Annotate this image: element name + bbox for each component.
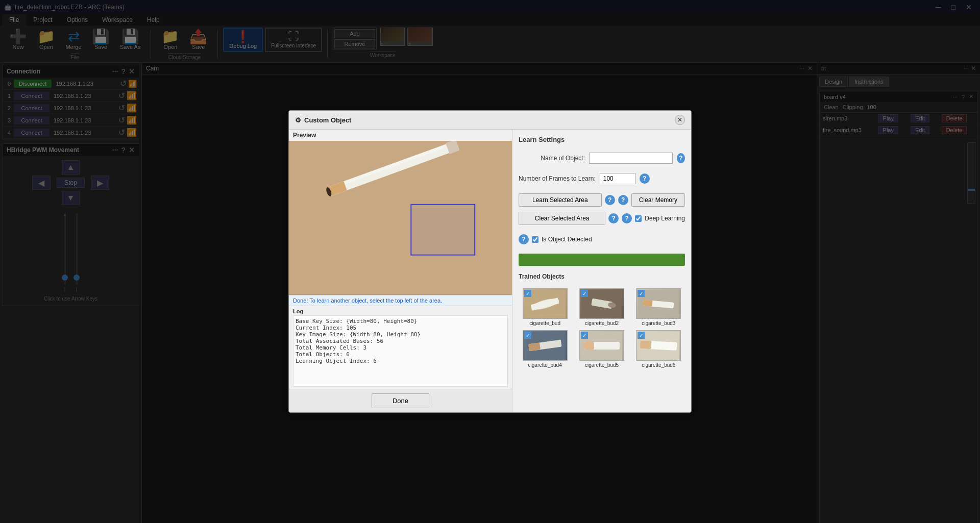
obj-name-4: cigarette_bud5 bbox=[585, 362, 619, 368]
learn-help-button[interactable]: ? bbox=[605, 195, 615, 205]
obj-item-5: ✓ cigarette_bud6 bbox=[632, 330, 685, 368]
selection-rectangle[interactable] bbox=[411, 205, 475, 255]
modal-body: Preview bbox=[289, 130, 691, 412]
clear-memory-help-button[interactable]: ? bbox=[618, 195, 628, 205]
obj-check-2: ✓ bbox=[638, 290, 645, 297]
learn-clear-row2: Clear Selected Area ? ? Deep Learning bbox=[519, 212, 685, 225]
obj-item-0: ✓ cigarette_bud bbox=[519, 288, 571, 326]
obj-item-3: ✓ cigarette_bud4 bbox=[519, 330, 571, 368]
obj-name-0: cigarette_bud bbox=[529, 320, 560, 326]
obj-check-1: ✓ bbox=[581, 290, 588, 297]
frames-label: Number of Frames to Learn: bbox=[519, 175, 596, 182]
obj-name-2: cigarette_bud3 bbox=[642, 320, 675, 326]
log-label: Log bbox=[293, 308, 508, 314]
obj-item-1: ✓ cigarette_bud2 bbox=[575, 288, 628, 326]
svg-rect-23 bbox=[640, 340, 652, 349]
done-btn-area: Done bbox=[289, 389, 512, 412]
preview-caption: Done! To learn another object, select th… bbox=[289, 295, 512, 306]
obj-name-5: cigarette_bud6 bbox=[642, 362, 675, 368]
learn-clear-row1: Learn Selected Area ? ? Clear Memory bbox=[519, 193, 685, 207]
done-button[interactable]: Done bbox=[372, 393, 429, 408]
clear-selected-help-button[interactable]: ? bbox=[608, 213, 619, 223]
learn-selected-area-button[interactable]: Learn Selected Area bbox=[519, 193, 602, 207]
modal-title: ⚙ Custom Object bbox=[295, 116, 351, 124]
modal-icon: ⚙ bbox=[295, 116, 301, 124]
obj-check-3: ✓ bbox=[524, 332, 531, 339]
trained-objects-label: Trained Objects bbox=[519, 273, 685, 280]
obj-check-4: ✓ bbox=[581, 332, 588, 339]
preview-image[interactable] bbox=[289, 141, 512, 295]
clear-memory-button[interactable]: Clear Memory bbox=[631, 193, 685, 207]
frames-help-button[interactable]: ? bbox=[640, 173, 650, 184]
obj-check-5: ✓ bbox=[638, 332, 645, 339]
obj-thumb-0: ✓ bbox=[523, 288, 568, 319]
trained-objects-grid: ✓ cigarette_bud ✓ cigarette_bud2 bbox=[519, 288, 685, 368]
is-object-detected-label: Is Object Detected bbox=[542, 236, 592, 243]
modal-close-button[interactable]: ✕ bbox=[675, 115, 685, 125]
frames-row: Number of Frames to Learn: ? bbox=[519, 173, 685, 184]
modal-right: Learn Settings Name of Object: ? Number … bbox=[512, 130, 691, 412]
obj-name-1: cigarette_bud2 bbox=[585, 320, 619, 326]
deep-learning-help-button[interactable]: ? bbox=[622, 213, 632, 223]
clear-selected-area-button[interactable]: Clear Selected Area bbox=[519, 212, 605, 225]
frames-input[interactable] bbox=[600, 173, 635, 184]
detect-help-button[interactable]: ? bbox=[519, 234, 529, 244]
modal-left: Preview bbox=[289, 130, 512, 412]
obj-thumb-1: ✓ bbox=[579, 288, 624, 319]
svg-rect-20 bbox=[584, 342, 594, 350]
obj-item-2: ✓ cigarette_bud3 bbox=[632, 288, 685, 326]
preview-svg bbox=[289, 141, 512, 295]
deep-learning-row: ? Deep Learning bbox=[622, 213, 685, 223]
action-buttons-area: Learn Selected Area ? ? Clear Memory Cle… bbox=[519, 193, 685, 227]
obj-name-3: cigarette_bud4 bbox=[528, 362, 562, 368]
custom-object-modal: ⚙ Custom Object ✕ Preview bbox=[288, 110, 692, 413]
progress-bar bbox=[519, 254, 685, 266]
modal-overlay: ⚙ Custom Object ✕ Preview bbox=[0, 0, 980, 523]
name-of-object-input[interactable] bbox=[589, 153, 673, 164]
obj-item-4: ✓ cigarette_bud5 bbox=[575, 330, 628, 368]
obj-thumb-5: ✓ bbox=[636, 330, 681, 361]
is-object-detected-checkbox[interactable] bbox=[532, 236, 538, 243]
deep-learning-checkbox[interactable] bbox=[635, 215, 642, 222]
modal-titlebar: ⚙ Custom Object ✕ bbox=[289, 111, 691, 130]
log-section: Log Base Key Size: {Width=80, Height=80}… bbox=[289, 306, 512, 389]
obj-thumb-2: ✓ bbox=[636, 288, 681, 319]
deep-learning-label: Deep Learning bbox=[645, 215, 685, 222]
modal-title-text: Custom Object bbox=[304, 116, 351, 124]
name-help-button[interactable]: ? bbox=[677, 153, 685, 163]
obj-thumb-3: ✓ bbox=[523, 330, 568, 361]
preview-label: Preview bbox=[289, 130, 512, 141]
detect-row: ? Is Object Detected bbox=[519, 234, 685, 244]
obj-check-0: ✓ bbox=[524, 290, 531, 297]
learn-settings-title: Learn Settings bbox=[519, 136, 685, 143]
log-content[interactable]: Base Key Size: {Width=80, Height=80}Curr… bbox=[293, 315, 508, 387]
obj-thumb-4: ✓ bbox=[579, 330, 624, 361]
svg-rect-14 bbox=[643, 300, 653, 307]
name-label: Name of Object: bbox=[519, 155, 585, 162]
name-of-object-row: Name of Object: ? bbox=[519, 153, 685, 164]
